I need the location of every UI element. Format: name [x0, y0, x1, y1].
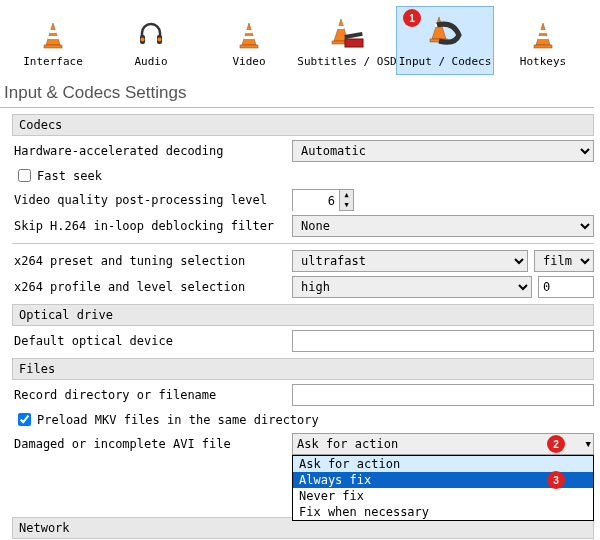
tab-label: Input / Codecs — [399, 55, 492, 68]
avi-option[interactable]: Fix when necessary — [293, 504, 593, 520]
group-header-codecs: Codecs — [12, 114, 594, 136]
spinner-down-icon[interactable]: ▼ — [340, 200, 353, 210]
svg-rect-21 — [540, 30, 547, 33]
svg-point-7 — [158, 38, 162, 42]
avi-select-value: Ask for action — [297, 437, 398, 451]
x264-preset-select[interactable]: ultrafast — [292, 250, 528, 272]
fast-seek-checkbox[interactable] — [18, 169, 31, 182]
tab-label: Hotkeys — [520, 55, 566, 68]
hw-decoding-label: Hardware-accelerated decoding — [12, 144, 292, 158]
tab-label: Interface — [23, 55, 83, 68]
annotation-badge-2: 2 — [547, 435, 565, 453]
post-processing-spinner[interactable]: ▲▼ — [292, 189, 354, 211]
x264-tuning-select[interactable]: film — [534, 250, 594, 272]
vlc-cone-filmstrip-icon — [425, 13, 465, 49]
svg-rect-2 — [48, 36, 58, 39]
avi-dropdown-list: Ask for action Always fix 3 Never fix Fi… — [292, 455, 594, 521]
tab-label: Video — [232, 55, 265, 68]
spinner-up-icon[interactable]: ▲ — [340, 190, 353, 200]
x264-profile-select[interactable]: high — [292, 276, 532, 298]
tab-hotkeys[interactable]: Hotkeys — [494, 6, 592, 75]
svg-rect-13 — [337, 26, 344, 29]
svg-rect-11 — [240, 45, 258, 48]
record-dir-input[interactable] — [292, 384, 594, 406]
svg-point-6 — [141, 38, 145, 42]
page-title: Input & Codecs Settings — [0, 77, 594, 108]
divider — [12, 243, 594, 244]
svg-rect-15 — [345, 39, 363, 47]
vlc-cone-icon — [531, 13, 555, 49]
annotation-badge-1: 1 — [403, 9, 421, 27]
default-optical-input[interactable] — [292, 330, 594, 352]
x264-preset-label: x264 preset and tuning selection — [12, 254, 292, 268]
svg-marker-17 — [432, 17, 446, 39]
tab-subtitles[interactable]: Subtitles / OSD — [298, 6, 396, 75]
post-processing-value[interactable] — [293, 190, 339, 212]
chevron-down-icon: ▼ — [586, 439, 591, 449]
svg-rect-9 — [246, 30, 253, 33]
x264-level-input[interactable] — [538, 276, 594, 298]
post-processing-label: Video quality post-processing level — [12, 193, 292, 207]
preload-mkv-label: Preload MKV files in the same directory — [37, 413, 319, 427]
avi-option[interactable]: Always fix 3 — [293, 472, 593, 488]
tab-audio[interactable]: Audio — [102, 6, 200, 75]
avi-option[interactable]: Never fix — [293, 488, 593, 504]
group-header-files: Files — [12, 358, 594, 380]
svg-rect-16 — [344, 32, 362, 39]
skip-h264-label: Skip H.264 in-loop deblocking filter — [12, 219, 292, 233]
tab-label: Subtitles / OSD — [297, 55, 396, 68]
x264-profile-label: x264 profile and level selection — [12, 280, 292, 294]
vlc-cone-icon — [41, 13, 65, 49]
vlc-cone-clapper-icon — [327, 13, 367, 49]
svg-marker-8 — [242, 23, 256, 45]
avi-option[interactable]: Ask for action — [293, 456, 593, 472]
avi-label: Damaged or incomplete AVI file — [12, 437, 292, 451]
svg-marker-0 — [46, 23, 60, 45]
record-dir-label: Record directory or filename — [12, 388, 292, 402]
headphones-icon — [136, 13, 166, 49]
category-toolbar: Interface Audio Video Subtitles / OSD 1 … — [0, 0, 600, 77]
hw-decoding-select[interactable]: Automatic — [292, 140, 594, 162]
svg-marker-20 — [536, 23, 550, 45]
annotation-badge-3: 3 — [547, 471, 565, 489]
tab-video[interactable]: Video — [200, 6, 298, 75]
svg-rect-10 — [244, 36, 254, 39]
svg-rect-1 — [50, 30, 57, 33]
group-header-optical: Optical drive — [12, 304, 594, 326]
skip-h264-select[interactable]: None — [292, 215, 594, 237]
tab-input-codecs[interactable]: 1 Input / Codecs — [396, 6, 494, 75]
tab-label: Audio — [134, 55, 167, 68]
svg-rect-22 — [538, 36, 548, 39]
vlc-cone-icon — [237, 13, 261, 49]
tab-interface[interactable]: Interface — [4, 6, 102, 75]
svg-rect-23 — [534, 45, 552, 48]
svg-rect-3 — [44, 45, 62, 48]
fast-seek-label: Fast seek — [37, 169, 102, 183]
avi-select[interactable]: Ask for action ▼ 2 — [292, 433, 594, 455]
default-optical-label: Default optical device — [12, 334, 292, 348]
preload-mkv-checkbox[interactable] — [18, 413, 31, 426]
